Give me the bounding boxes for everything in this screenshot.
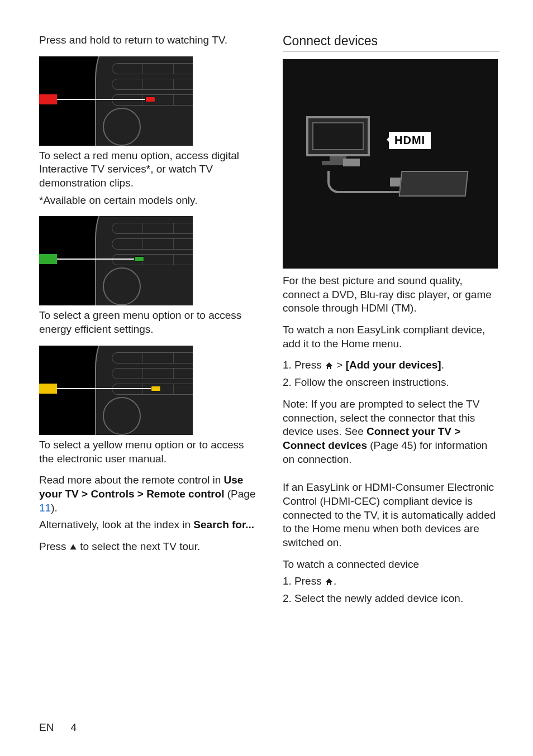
green-desc: To select a green menu option or to acce… <box>39 309 256 336</box>
red-desc: To select a red menu option, access digi… <box>39 149 256 190</box>
alt-bold: Search for... <box>193 519 254 530</box>
press-up-line: Press to select the next TV tour. <box>39 540 256 554</box>
hdmi-image: HDMI <box>283 59 498 269</box>
press-up-post: to select the next TV tour. <box>77 540 200 552</box>
watch-step1-pre: 1. Press <box>283 575 325 587</box>
up-arrow-icon <box>69 543 77 551</box>
hdmi-label: HDMI <box>389 132 431 149</box>
connect-devices-heading: Connect devices <box>283 34 499 51</box>
yellow-desc: To select a yellow menu option or to acc… <box>39 438 256 466</box>
right-note: Note: If you are prompted to select the … <box>283 398 499 466</box>
watch-step1-post: . <box>334 575 336 587</box>
right-step1: 1. Press > [Add your devices]. <box>283 358 499 372</box>
home-icon <box>325 577 334 586</box>
watch-step1: 1. Press . <box>283 575 499 588</box>
tv-icon <box>305 115 378 171</box>
left-intro: Press and hold to return to watching TV. <box>39 34 256 47</box>
read-more-page-post: ). <box>51 502 58 514</box>
watch-step2: 2. Select the newly added device icon. <box>283 592 499 606</box>
alt-pre: Alternatively, look at the index in <box>39 519 193 530</box>
step1-post: . <box>441 359 444 371</box>
right-p3: If an EasyLink or HDMI-Consumer Electron… <box>283 481 499 549</box>
read-more-page-pre: (Page <box>225 488 256 500</box>
alt-line: Alternatively, look at the index in Sear… <box>39 518 256 532</box>
footer-lang: EN <box>39 721 54 734</box>
svg-marker-0 <box>70 544 76 549</box>
home-icon <box>325 361 334 370</box>
step1-mid: > <box>334 359 346 371</box>
red-note: *Available on certain models only. <box>39 194 256 208</box>
press-up-pre: Press <box>39 540 69 552</box>
read-more-page-link[interactable]: 11 <box>39 502 51 514</box>
read-more-pre: Read more about the remote control in <box>39 474 224 486</box>
step1-pre: 1. Press <box>283 359 325 371</box>
remote-yellow-image <box>39 346 193 435</box>
read-more-line: Read more about the remote control in Us… <box>39 473 256 515</box>
footer-page: 4 <box>70 721 77 734</box>
remote-green-image <box>39 216 193 305</box>
right-step2: 2. Follow the onscreen instructions. <box>283 376 499 390</box>
right-p1: For the best picture and sound quality, … <box>283 274 499 315</box>
step1-bold: [Add your devices] <box>346 359 441 371</box>
right-p4: To watch a connected device <box>283 558 499 572</box>
remote-red-image <box>39 56 193 146</box>
page-footer: EN 4 <box>39 721 77 734</box>
svg-rect-2 <box>313 123 363 150</box>
right-p2: To watch a non EasyLink compliant device… <box>283 323 499 351</box>
